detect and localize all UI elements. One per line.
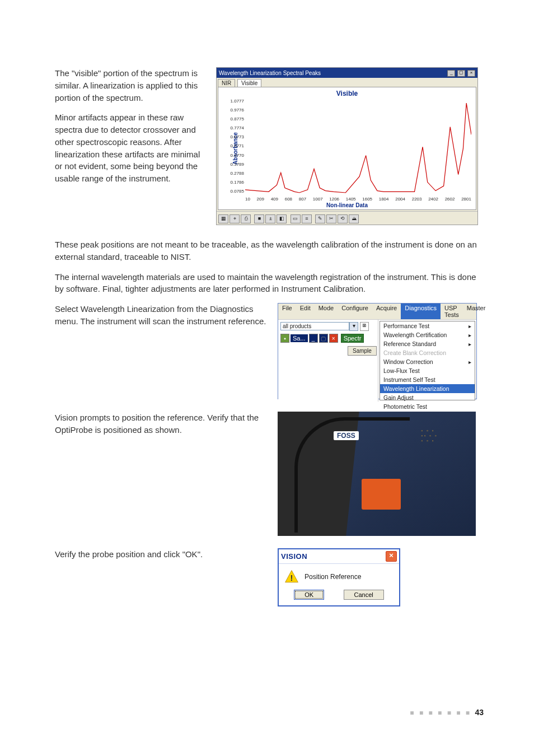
chart-area: Visible Absorbance Non-linear Data 1.077…	[218, 87, 476, 210]
close-icon[interactable]: ×	[329, 334, 338, 343]
dialog-title: VISION	[281, 552, 307, 561]
menu-item-reference-standard[interactable]: Reference Standard▸	[380, 339, 475, 348]
menu-item-gain-adjust[interactable]: Gain Adjust	[380, 393, 475, 402]
chart-window: Wavelength Linearization Spectral Peaks …	[216, 67, 478, 225]
toolbar-icon[interactable]: ◧	[277, 214, 287, 223]
menu-master[interactable]: Master	[463, 304, 490, 319]
toolbar-icon[interactable]: ▭	[291, 214, 301, 223]
body-text: Minor artifacts appear in these raw spec…	[55, 111, 206, 185]
menu-item-performance-test[interactable]: Performance Test▸	[380, 321, 475, 330]
chart-title: Visible	[218, 90, 476, 97]
chevron-down-icon[interactable]: ▾	[349, 322, 358, 331]
menu-item-wavelength-certification[interactable]: Wavelength Certification▸	[380, 330, 475, 339]
toolbar-icon[interactable]: ⎙	[241, 214, 251, 223]
y-ticks: 1.07770.97760.87750.77740.67730.57710.47…	[227, 99, 244, 194]
dialog-message: Position Reference	[305, 573, 361, 581]
toolbar-icon[interactable]: ✎	[315, 214, 325, 223]
dialog: VISION × ! Position Reference OK Cancel	[278, 548, 400, 606]
toolbar-icon[interactable]: ■	[254, 214, 264, 223]
app-window: FileEditModeConfigureAcquireDiagnosticsU…	[278, 303, 477, 399]
menu-item-low-flux-test[interactable]: Low-Flux Test	[380, 366, 475, 375]
toolbar-icon[interactable]: ✂	[326, 214, 336, 223]
chevron-right-icon: ▸	[469, 332, 471, 338]
menu-item-instrument-self-test[interactable]: Instrument Self Test	[380, 375, 475, 384]
maximize-icon[interactable]: ▢	[457, 70, 465, 77]
minimize-icon[interactable]: _	[447, 70, 455, 77]
close-icon[interactable]: ×	[467, 70, 475, 77]
menu-file[interactable]: File	[278, 304, 296, 319]
toolbar-icon[interactable]: ⛰	[349, 214, 359, 223]
menu-usp-tests[interactable]: USP Tests	[441, 304, 463, 319]
product-dropdown[interactable]: all products	[280, 322, 349, 330]
menu-configure[interactable]: Configure	[338, 304, 372, 319]
svg-text:!: !	[291, 573, 293, 582]
toolbar-icon[interactable]: ≡	[302, 214, 312, 223]
menu-item-window-correction[interactable]: Window Correction▸	[380, 357, 475, 366]
chevron-right-icon: ▸	[469, 359, 471, 365]
x-ticks: 1020940960880710071206140516051804200422…	[245, 197, 471, 202]
maximize-icon: ▢	[319, 334, 328, 343]
sample-button[interactable]: Sample	[348, 346, 377, 356]
window-buttons[interactable]: _ ▢ ×	[447, 69, 475, 77]
toolbar-icon[interactable]: ⟲	[338, 214, 348, 223]
body-text: The internal wavelength materials are us…	[55, 271, 484, 296]
body-text: These peak positions are not meant to be…	[55, 239, 484, 263]
body-text: The "visible" portion of the spectrum is…	[55, 67, 206, 104]
tab-visible[interactable]: Visible	[237, 79, 261, 87]
menu-edit[interactable]: Edit	[296, 304, 315, 319]
menu-mode[interactable]: Mode	[315, 304, 338, 319]
menubar[interactable]: FileEditModeConfigureAcquireDiagnosticsU…	[278, 304, 476, 320]
instrument-photo: ◦ ◦ ◦◦◦ ◦ ◦◦ ◦ ◦ FOSS	[278, 412, 476, 536]
diagnostics-submenu[interactable]: Performance Test▸Wavelength Certificatio…	[380, 321, 475, 400]
window-title: Wavelength Linearization Spectral Peaks	[219, 70, 321, 76]
menu-diagnostics[interactable]: Diagnostics	[401, 304, 441, 319]
warning-icon: !	[284, 570, 299, 584]
page-number: ■ ■ ■ ■ ■ ■ ■ 43	[410, 708, 484, 717]
menu-item-wavelength-linearization[interactable]: Wavelength Linearization	[380, 384, 475, 393]
minimize-icon[interactable]: _	[309, 334, 318, 343]
body-text: Vision prompts to position the reference…	[55, 412, 268, 436]
close-icon[interactable]: ×	[386, 551, 397, 562]
toolbar-icon[interactable]: ▦	[218, 214, 228, 223]
menu-acquire[interactable]: Acquire	[372, 304, 401, 319]
body-text: Verify the probe position and click "OK"…	[55, 548, 268, 561]
tab-nir[interactable]: NIR	[218, 79, 235, 87]
sa-titlebar: Sa...	[291, 334, 308, 342]
menu-item-create-blank-correction: Create Blank Correction	[380, 348, 475, 357]
chevron-right-icon: ▸	[469, 323, 471, 329]
brand-label: FOSS	[334, 431, 359, 440]
cancel-button[interactable]: Cancel	[344, 590, 384, 600]
chevron-right-icon: ▸	[469, 341, 471, 347]
menu-item-photometric-test[interactable]: Photometric Test	[380, 402, 475, 411]
toolbar-icon[interactable]: ⌖	[229, 214, 240, 223]
x-axis-label: Non-linear Data	[218, 202, 476, 208]
body-text: Select Wavelength Linearization from the…	[55, 303, 268, 328]
sample-icon: ▪	[280, 334, 289, 343]
toolbar-icon[interactable]: ±	[265, 214, 275, 223]
chart-toolbar[interactable]: ▦⌖⎙ ■±◧ ▭≡ ✎✂⟲⛰	[217, 211, 477, 225]
ok-button[interactable]: OK	[294, 590, 324, 600]
spectra-button[interactable]: Spectr	[341, 334, 364, 343]
new-icon[interactable]: 🗎	[360, 322, 369, 331]
